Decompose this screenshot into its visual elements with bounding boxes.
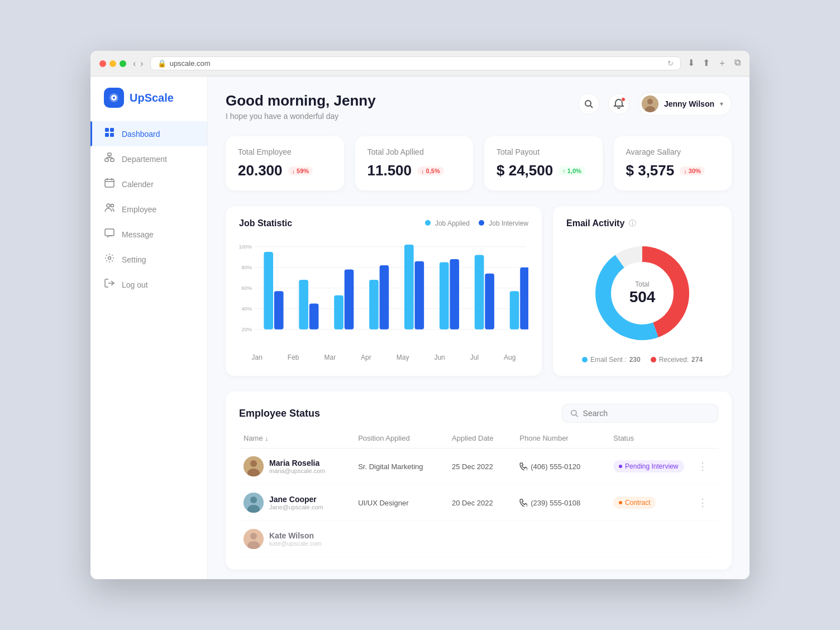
sidebar-item-logout[interactable]: Log out: [90, 272, 207, 297]
sent-dot: [582, 357, 588, 362]
svg-text:100%: 100%: [239, 244, 252, 250]
svg-point-23: [585, 101, 591, 106]
user-avatar: [642, 96, 658, 112]
col-phone: Phone Number: [519, 434, 613, 442]
legend-applied: Job Applied: [425, 219, 470, 227]
chart-title: Job Statistic: [239, 218, 292, 228]
col-date: Applied Date: [452, 434, 519, 442]
main-content: Good morning, Jenny I hope you have a wo…: [208, 77, 750, 579]
tabs-icon[interactable]: ⧉: [734, 58, 741, 69]
svg-rect-7: [108, 153, 111, 156]
search-input-wrap[interactable]: [562, 404, 718, 423]
close-dot[interactable]: [99, 60, 106, 67]
maximize-dot[interactable]: [120, 60, 126, 67]
emp-date-1: 20 Dec 2022: [452, 499, 519, 507]
notification-badge: [621, 97, 626, 102]
chart-month-labels: Jan Feb Mar Apr May Jun Jul Aug: [239, 354, 528, 361]
employee-icon: [104, 203, 115, 216]
sidebar-label-employee: Employee: [122, 205, 156, 214]
legend-interview: Job Interview: [479, 219, 528, 227]
chart-legend: Job Applied Job Interview: [425, 219, 528, 227]
more-button-0[interactable]: ⋮: [691, 460, 714, 472]
emp-email-2: kate@upscale.com: [269, 540, 322, 547]
svg-point-66: [250, 533, 257, 540]
svg-rect-14: [105, 179, 114, 187]
table-header: Name ↓ Position Applied Applied Date Pho…: [239, 434, 718, 448]
url-bar[interactable]: 🔒 upscale.com ↻: [150, 56, 681, 70]
svg-rect-38: [264, 252, 273, 330]
emp-status-0: Pending Interview: [613, 460, 691, 472]
notification-button[interactable]: [608, 93, 629, 114]
emp-info-1: Jane Cooper Jane@upscale.com: [269, 495, 323, 510]
setting-icon: [104, 253, 115, 266]
svg-point-19: [111, 204, 114, 207]
svg-rect-49: [450, 259, 459, 330]
stat-badge-0: ↓ 59%: [288, 166, 313, 175]
month-feb: Feb: [288, 354, 299, 361]
sidebar-label-setting: Setting: [122, 255, 146, 264]
month-apr: Apr: [361, 354, 371, 361]
sidebar-item-department[interactable]: Departement: [90, 146, 207, 171]
stat-badge-2: ↑ 1,0%: [559, 166, 585, 175]
share-icon[interactable]: ⬆: [703, 58, 710, 69]
sidebar-item-calendar[interactable]: Calender: [90, 171, 207, 197]
back-button[interactable]: ‹: [133, 59, 136, 69]
sidebar-item-setting[interactable]: Setting: [90, 247, 207, 272]
email-sent-label: Email Sent :: [590, 356, 627, 364]
svg-rect-41: [309, 304, 319, 330]
svg-rect-40: [299, 280, 308, 330]
charts-row: Job Statistic Job Applied Job Interview: [226, 206, 732, 376]
svg-point-2: [113, 97, 115, 99]
status-dot-orange: [619, 501, 622, 504]
stat-card-jobs: Total Job Apllied 11.500 ↓ 0,5%: [355, 136, 474, 190]
employee-name-cell-2: Kate Wilson kate@upscale.com: [244, 529, 358, 549]
status-dot-purple: [619, 465, 622, 468]
department-icon: [104, 152, 115, 165]
col-status: Status: [613, 434, 691, 442]
emp-email-0: maria@upscale.com: [269, 467, 325, 474]
forward-button[interactable]: ›: [140, 59, 143, 69]
stat-value-3: $ 3,575: [626, 162, 675, 179]
stat-badge-1: ↓ 0,5%: [417, 166, 444, 175]
status-badge-pending: Pending Interview: [613, 460, 684, 472]
donut-chart: Total 504: [592, 243, 693, 343]
svg-text:80%: 80%: [242, 265, 252, 270]
svg-rect-48: [440, 262, 449, 330]
emp-status-1: Contract: [613, 497, 691, 509]
svg-rect-39: [274, 291, 284, 329]
sidebar-item-employee[interactable]: Employee: [90, 197, 207, 222]
user-name: Jenny Wilson: [664, 99, 714, 108]
search-input[interactable]: [583, 409, 710, 418]
table-row: Maria Roselia maria@upscale.com Sr. Digi…: [239, 448, 718, 485]
more-button-1[interactable]: ⋮: [691, 497, 714, 509]
minimize-dot[interactable]: [109, 60, 116, 67]
svg-rect-5: [105, 133, 109, 137]
col-actions: [691, 434, 714, 442]
svg-rect-46: [404, 245, 414, 330]
emp-position-0: Sr. Digital Marketing: [358, 462, 452, 471]
month-jul: Jul: [470, 354, 479, 361]
email-received-value: 274: [691, 356, 703, 364]
email-sent-value: 230: [629, 356, 641, 364]
emp-phone-0: (406) 555-0120: [519, 462, 613, 471]
emp-info-2: Kate Wilson kate@upscale.com: [269, 531, 322, 547]
employee-status-section: Employee Status Name ↓ Position Applied …: [226, 392, 732, 570]
svg-rect-45: [380, 265, 389, 330]
sidebar-item-message[interactable]: Message: [90, 222, 207, 247]
svg-point-18: [107, 204, 110, 207]
logout-icon: [104, 278, 115, 291]
refresh-icon[interactable]: ↻: [667, 59, 674, 68]
sidebar-item-dashboard[interactable]: Dashboard: [90, 121, 207, 146]
logo-text: UpScale: [130, 92, 174, 104]
month-aug: Aug: [504, 354, 516, 361]
user-profile[interactable]: Jenny Wilson ▾: [638, 92, 732, 116]
svg-text:40%: 40%: [242, 306, 252, 312]
download-icon[interactable]: ⬇: [688, 58, 695, 69]
table-row: Kate Wilson kate@upscale.com: [239, 521, 718, 557]
search-button[interactable]: [578, 93, 599, 114]
month-jan: Jan: [251, 354, 262, 361]
url-text: upscale.com: [170, 59, 211, 68]
chart-header: Job Statistic Job Applied Job Interview: [239, 218, 528, 228]
add-tab-icon[interactable]: ＋: [718, 58, 727, 69]
employee-name-cell-0: Maria Roselia maria@upscale.com: [244, 456, 358, 476]
